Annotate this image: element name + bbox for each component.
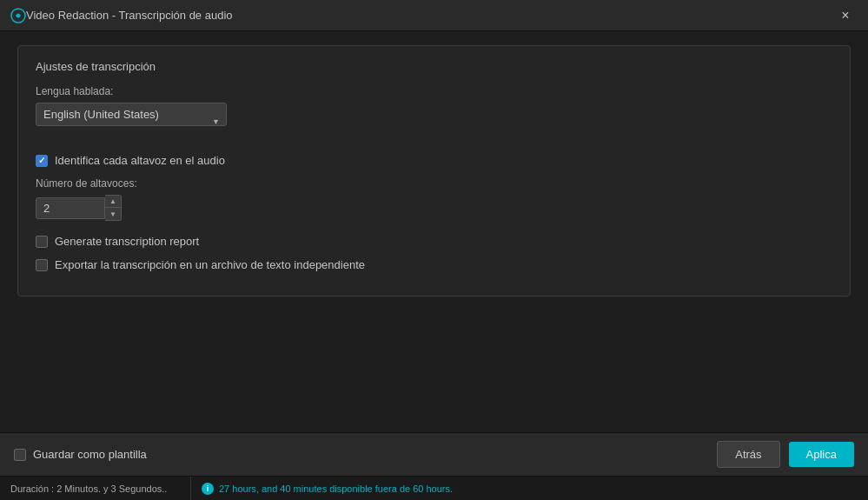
- save-template-checkbox[interactable]: [14, 449, 26, 461]
- language-label: Lengua hablada:: [36, 85, 832, 97]
- export-transcription-label: Exportar la transcripción en un archivo …: [55, 258, 365, 271]
- identify-speakers-checkbox[interactable]: [36, 155, 48, 167]
- info-status: i 27 hours, and 40 minutes disponible fu…: [191, 483, 463, 495]
- close-button[interactable]: ×: [833, 3, 858, 28]
- back-button[interactable]: Atrás: [717, 441, 779, 468]
- window-title: Video Redaction - Transcripción de audio: [26, 9, 833, 22]
- speakers-input-wrapper: ▲ ▼: [36, 195, 832, 221]
- save-template-label: Guardar como plantilla: [33, 448, 147, 461]
- spinner-up-button[interactable]: ▲: [105, 196, 121, 208]
- app-logo-icon: [10, 8, 26, 23]
- generate-report-row[interactable]: Generate transcription report: [36, 235, 832, 248]
- footer-left: Guardar como plantilla: [14, 448, 147, 461]
- identify-speakers-label: Identifica cada altavoz en el audio: [55, 154, 225, 167]
- generate-report-checkbox[interactable]: [36, 236, 48, 248]
- duration-status: Duración : 2 Minutos. y 3 Segundos..: [0, 477, 191, 500]
- title-bar: Video Redaction - Transcripción de audio…: [0, 0, 868, 31]
- info-text: 27 hours, and 40 minutes disponible fuer…: [219, 483, 453, 494]
- generate-report-label: Generate transcription report: [55, 235, 199, 248]
- language-select-wrapper[interactable]: English (United States) Spanish French G…: [36, 103, 227, 140]
- language-select[interactable]: English (United States) Spanish French G…: [36, 103, 227, 126]
- export-transcription-checkbox[interactable]: [36, 259, 48, 271]
- info-icon: i: [202, 483, 214, 495]
- status-bar: Duración : 2 Minutos. y 3 Segundos.. i 2…: [0, 476, 868, 500]
- settings-panel: Ajustes de transcripción Lengua hablada:…: [17, 45, 851, 297]
- export-transcription-row[interactable]: Exportar la transcripción en un archivo …: [36, 258, 832, 271]
- spinner-buttons: ▲ ▼: [105, 195, 122, 221]
- spinner-down-button[interactable]: ▼: [105, 208, 121, 220]
- speakers-count-input[interactable]: [36, 197, 105, 219]
- main-content: Ajustes de transcripción Lengua hablada:…: [0, 31, 868, 432]
- speakers-count-label: Número de altavoces:: [36, 177, 832, 190]
- footer: Guardar como plantilla Atrás Aplica: [0, 432, 868, 476]
- number-of-speakers-field: Número de altavoces: ▲ ▼: [36, 177, 832, 221]
- footer-right: Atrás Aplica: [717, 441, 854, 468]
- panel-title: Ajustes de transcripción: [36, 60, 832, 73]
- apply-button[interactable]: Aplica: [789, 442, 854, 467]
- identify-speakers-row[interactable]: Identifica cada altavoz en el audio: [36, 154, 832, 167]
